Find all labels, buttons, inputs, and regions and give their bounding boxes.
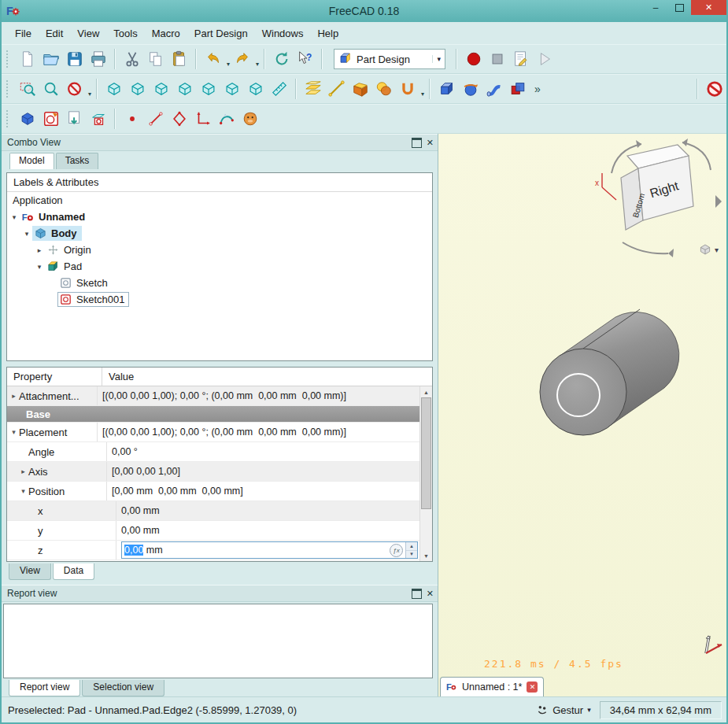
scroll-up-icon[interactable]: ▲ bbox=[423, 386, 429, 397]
workbench-selector[interactable]: Part Design▾ bbox=[334, 49, 445, 69]
sketch-point-button[interactable] bbox=[120, 107, 144, 131]
tab-report-view[interactable]: Report view bbox=[9, 680, 80, 696]
tab-selection-view[interactable]: Selection view bbox=[82, 680, 164, 696]
tree-item-unnamed[interactable]: ▾FUnnamed bbox=[7, 209, 432, 225]
sketch-bspline-button[interactable] bbox=[215, 107, 238, 131]
menu-part-design[interactable]: Part Design bbox=[187, 24, 255, 42]
title-bar[interactable]: F FreeCAD 0.18 – ✕ bbox=[2, 0, 726, 22]
spin-buttons[interactable]: ▲▼ bbox=[405, 542, 417, 558]
panel-float-icon[interactable] bbox=[412, 589, 422, 599]
new-document-button[interactable] bbox=[16, 47, 39, 71]
view-rear-button[interactable] bbox=[197, 77, 220, 101]
property-group-base[interactable]: Base bbox=[7, 406, 433, 423]
view-top-button[interactable] bbox=[150, 77, 173, 101]
view-front-button[interactable] bbox=[126, 77, 150, 101]
z-value-input[interactable]: 0,00 mmƒx▲▼ bbox=[121, 541, 418, 559]
property-row-y[interactable]: y0,00 mm bbox=[7, 521, 419, 541]
external-geometry-button[interactable] bbox=[191, 107, 215, 131]
panel-close-icon[interactable]: ✕ bbox=[427, 589, 434, 598]
redo-button[interactable]: ▾ bbox=[231, 47, 260, 71]
tab-view[interactable]: View bbox=[9, 563, 51, 580]
vertical-scrollbar[interactable]: ▲ ▼ bbox=[419, 386, 432, 561]
carbon-copy-button[interactable] bbox=[238, 107, 262, 131]
measure-distance-button[interactable] bbox=[268, 77, 291, 101]
pad-solid[interactable] bbox=[538, 304, 689, 456]
property-row-attachment[interactable]: ▸Attachment...[(0,00 0,00 1,00); 0,00 °;… bbox=[7, 386, 419, 406]
spin-up-icon[interactable]: ▲ bbox=[406, 542, 417, 551]
datum-plane-button[interactable] bbox=[301, 77, 325, 101]
report-view-content[interactable] bbox=[3, 604, 433, 678]
close-button[interactable]: ✕ bbox=[691, 0, 726, 15]
boolean-operation-button[interactable] bbox=[506, 77, 530, 101]
menu-help[interactable]: Help bbox=[310, 24, 346, 42]
toolbar-overflow-button[interactable]: » bbox=[530, 77, 545, 101]
document-tab[interactable]: F Unnamed : 1* ✕ bbox=[440, 677, 544, 696]
navigation-style-label[interactable]: Gestur bbox=[552, 704, 583, 716]
tree-item-pad[interactable]: ▾Pad bbox=[7, 258, 432, 275]
tab-data[interactable]: Data bbox=[53, 563, 94, 580]
tab-close-icon[interactable]: ✕ bbox=[527, 682, 538, 693]
menu-tools[interactable]: Tools bbox=[106, 24, 144, 42]
menu-windows[interactable]: Windows bbox=[255, 24, 311, 42]
minimize-button[interactable]: – bbox=[644, 0, 667, 15]
menu-file[interactable]: File bbox=[8, 24, 39, 42]
view-right-button[interactable] bbox=[173, 77, 197, 101]
tab-tasks[interactable]: Tasks bbox=[56, 153, 99, 169]
tab-model[interactable]: Model bbox=[9, 153, 54, 169]
report-view-titlebar[interactable]: Report view ✕ bbox=[2, 585, 438, 602]
fit-selection-button[interactable] bbox=[39, 77, 63, 101]
map-sketch-button[interactable] bbox=[87, 107, 110, 131]
menu-edit[interactable]: Edit bbox=[39, 24, 70, 42]
open-document-button[interactable] bbox=[39, 47, 63, 71]
macro-edit-button[interactable] bbox=[509, 47, 533, 71]
undo-button[interactable]: ▾ bbox=[201, 47, 231, 71]
view-isometric-button[interactable] bbox=[102, 77, 126, 101]
tree-item-body[interactable]: ▾Body bbox=[7, 225, 432, 242]
property-row-position[interactable]: ▾Position[0,00 mm 0,00 mm 0,00 mm] bbox=[7, 482, 419, 501]
view-left-button[interactable] bbox=[244, 77, 268, 101]
clone-button[interactable] bbox=[372, 77, 396, 101]
property-row-axis[interactable]: ▸Axis[0,00 0,00 1,00] bbox=[7, 462, 419, 482]
view-bottom-button[interactable] bbox=[220, 77, 244, 101]
tree-item-sketch[interactable]: Sketch bbox=[7, 275, 432, 291]
copy-button[interactable] bbox=[144, 47, 168, 71]
combo-view-titlebar[interactable]: Combo View ✕ bbox=[2, 134, 438, 151]
tree-item-origin[interactable]: ▸Origin bbox=[7, 242, 432, 258]
pad-button[interactable] bbox=[435, 77, 459, 101]
column-property[interactable]: Property bbox=[7, 368, 102, 386]
property-row-placement[interactable]: ▾Placement[(0,00 0,00 1,00); 0,00 °; (0,… bbox=[7, 423, 419, 442]
datum-tools-button[interactable]: ▾ bbox=[396, 77, 425, 101]
shape-binder-button[interactable] bbox=[349, 77, 372, 101]
cut-button[interactable] bbox=[120, 47, 144, 71]
column-value[interactable]: Value bbox=[102, 368, 134, 386]
create-body-button[interactable] bbox=[16, 107, 39, 131]
property-row-angle[interactable]: Angle0,00 ° bbox=[7, 442, 419, 462]
whats-this-button[interactable]: ? bbox=[294, 47, 317, 71]
property-row-z[interactable]: z0,00 mmƒx▲▼ bbox=[7, 541, 419, 560]
draw-style-button[interactable]: ▾ bbox=[63, 77, 92, 101]
macro-record-button[interactable] bbox=[462, 47, 486, 71]
expression-editor-button[interactable]: ƒx bbox=[390, 544, 403, 557]
sketch-polyline-button[interactable] bbox=[168, 107, 191, 131]
paste-button[interactable] bbox=[168, 47, 191, 71]
fit-all-button[interactable] bbox=[16, 77, 39, 101]
maximize-button[interactable] bbox=[667, 0, 691, 15]
property-row-x[interactable]: x0,00 mm bbox=[7, 501, 419, 521]
create-sketch-button[interactable] bbox=[39, 107, 63, 131]
scroll-down-icon[interactable]: ▼ bbox=[423, 550, 429, 561]
macro-execute-button[interactable] bbox=[533, 47, 556, 71]
3d-viewport[interactable]: Right Bottom x ▾ bbox=[438, 134, 726, 696]
additive-pipe-button[interactable] bbox=[482, 77, 506, 101]
tree-root-application[interactable]: Application bbox=[7, 192, 432, 209]
panel-close-icon[interactable]: ✕ bbox=[427, 139, 434, 147]
sketch-line-button[interactable] bbox=[144, 107, 168, 131]
nav-cube-menu[interactable]: ▾ bbox=[698, 242, 719, 257]
print-button[interactable] bbox=[87, 47, 110, 71]
edit-sketch-button[interactable] bbox=[63, 107, 87, 131]
toggle-active-body-button[interactable] bbox=[703, 77, 726, 101]
macro-stop-button[interactable] bbox=[486, 47, 509, 71]
revolution-button[interactable] bbox=[459, 77, 482, 101]
save-document-button[interactable] bbox=[63, 47, 87, 71]
panel-float-icon[interactable] bbox=[412, 138, 422, 148]
spin-down-icon[interactable]: ▼ bbox=[406, 551, 417, 559]
